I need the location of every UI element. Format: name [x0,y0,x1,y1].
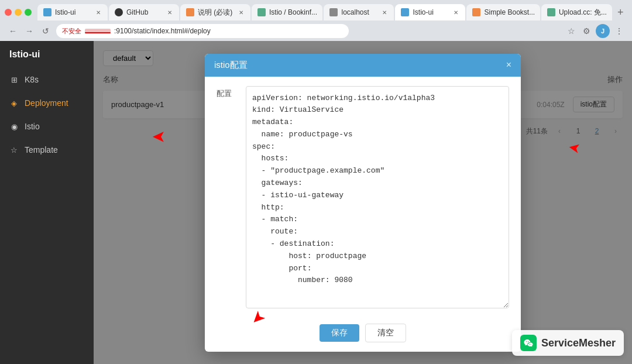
tab-close-btn[interactable]: ✕ [538,9,540,16]
tab-simple-books[interactable]: Simple Bookst... ✕ [466,4,540,20]
browser-chrome: Istio-ui ✕ GitHub ✕ 说明 (必读) ✕ Istio / Bo… [0,0,632,41]
sidebar-item-label: Istio [25,122,40,131]
address-bar: ← → ↺ 不安全 :9100/static/index.html#/deplo… [0,21,632,41]
sidebar-item-label: Deployment [25,98,68,108]
deployment-icon: ◈ [9,98,19,108]
sidebar: Istio-ui ⊞ K8s ◈ Deployment ◉ Istio ☆ Te… [0,41,94,364]
tab-close-btn[interactable]: ✕ [381,9,388,16]
tab-favicon [186,8,194,16]
tab-label: Istio-ui [413,8,433,16]
tab-label: Istio / Bookinf... [269,8,317,16]
reload-btn[interactable]: ↺ [40,25,51,37]
tab-book-zh[interactable]: 说明 (必读) ✕ [180,4,250,20]
forward-btn[interactable]: → [23,25,35,37]
sidebar-item-deployment[interactable]: ◈ Deployment [0,91,94,115]
sidebar-item-label: Template [25,145,58,154]
template-icon: ☆ [9,145,19,154]
insecure-label: 不安全 [62,27,81,36]
tab-close-btn[interactable]: ✕ [166,9,173,16]
arrow-deployment: ➤ [152,128,166,147]
tab-localhost[interactable]: localhost ✕ [324,4,394,20]
main-content: default 名称 操作 productpage-v1 0:04:05Z is… [94,41,632,364]
istio-icon: ◉ [9,122,19,131]
tab-label: 说明 (必读) [198,8,232,18]
sidebar-logo: Istio-ui [0,41,94,68]
tab-favicon [329,8,338,16]
close-window-btn[interactable] [5,9,12,16]
maximize-window-btn[interactable] [25,9,32,16]
sidebar-item-label: K8s [25,75,39,84]
tab-label: Simple Bookst... [484,8,535,16]
wechat-icon [520,335,537,351]
modal-title: istio配置 [214,60,248,71]
tab-upload[interactable]: Upload.cc: 免... ✕ [541,4,612,20]
modal-overlay[interactable]: istio配置 × 配置 apiVersion: networking.isti… [94,41,632,364]
modal-footer: 保存 清空 [205,318,521,352]
app-layout: Istio-ui ⊞ K8s ◈ Deployment ◉ Istio ☆ Te… [0,41,632,364]
service-mesher-badge: ServiceMesher [512,330,624,356]
minimize-window-btn[interactable] [15,9,22,16]
k8s-icon: ⊞ [9,75,19,84]
url-text: :9100/static/index.html#/deploy [114,27,211,35]
tab-bar: Istio-ui ✕ GitHub ✕ 说明 (必读) ✕ Istio / Bo… [0,0,632,21]
service-mesher-text: ServiceMesher [541,337,616,349]
tab-label: Upload.cc: 免... [559,8,607,18]
tab-close-btn[interactable]: ✕ [610,9,612,16]
modal-body: 配置 apiVersion: networking.istio.io/v1alp… [205,77,521,318]
bookmark-btn[interactable]: ☆ [565,25,577,37]
config-textarea[interactable]: apiVersion: networking.istio.io/v1alpha3… [246,86,509,308]
tab-istio-booking[interactable]: Istio / Bookinf... ✕ [252,4,322,20]
tab-label: localhost [341,8,369,16]
tab-istio-ui-1[interactable]: Istio-ui ✕ [37,4,108,20]
back-btn[interactable]: ← [7,25,19,37]
istio-config-modal: istio配置 × 配置 apiVersion: networking.isti… [205,54,521,352]
save-button[interactable]: 保存 [320,324,359,342]
tab-close-btn[interactable]: ✕ [452,9,459,16]
url-bar[interactable]: 不安全 :9100/static/index.html#/deploy [56,24,349,38]
tab-label: Istio-ui [55,8,75,16]
profile-avatar[interactable]: J [596,24,610,38]
tab-favicon [115,8,123,16]
modal-close-btn[interactable]: × [506,60,511,70]
tab-favicon [547,8,555,16]
sidebar-item-istio[interactable]: ◉ Istio [0,115,94,138]
new-tab-btn[interactable]: + [613,4,627,20]
sidebar-item-template[interactable]: ☆ Template [0,138,94,162]
tab-favicon [401,8,409,16]
sidebar-item-k8s[interactable]: ⊞ K8s [0,68,94,91]
tab-close-btn[interactable]: ✕ [95,9,102,16]
tab-label: GitHub [126,8,148,16]
config-label: 配置 [217,86,238,308]
tab-close-btn[interactable]: ✕ [321,9,322,16]
extensions-btn[interactable]: ⚙ [581,25,592,37]
menu-btn[interactable]: ⋮ [613,25,625,37]
modal-header: istio配置 × [205,54,521,77]
tab-github[interactable]: GitHub ✕ [109,4,179,20]
tab-close-btn[interactable]: ✕ [238,9,245,16]
tab-favicon [43,8,51,16]
tab-favicon [257,8,266,16]
tab-istio-ui-2[interactable]: Istio-ui ✕ [395,4,465,20]
clear-button[interactable]: 清空 [365,324,406,342]
tab-favicon [472,8,480,16]
